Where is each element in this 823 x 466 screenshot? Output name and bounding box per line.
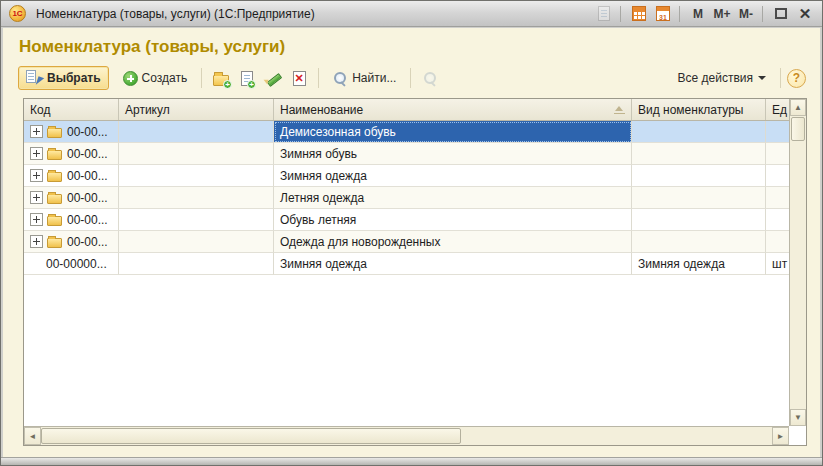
column-header-unit[interactable]: Ед xyxy=(766,99,789,120)
code-value: 00-00... xyxy=(67,125,108,139)
service-icon xyxy=(593,6,615,22)
table-row[interactable]: 00-00...Демисезонная обувь xyxy=(24,121,789,143)
cell-code[interactable]: 00-00... xyxy=(24,209,119,231)
edit-button[interactable] xyxy=(260,66,286,90)
cell-code[interactable]: 00-00... xyxy=(24,143,119,165)
create-group-button[interactable]: + xyxy=(208,66,234,90)
calendar-button[interactable]: 31 xyxy=(652,6,674,22)
cell-type[interactable] xyxy=(632,165,766,187)
cell-type[interactable] xyxy=(632,143,766,165)
window-title: Номенклатура (товары, услуги) (1С:Предпр… xyxy=(36,7,315,21)
cell-unit[interactable] xyxy=(766,143,789,165)
cell-unit[interactable] xyxy=(766,231,789,253)
column-header-code[interactable]: Код xyxy=(24,99,119,120)
page-title: Номенклатура (товары, услуги) xyxy=(19,37,820,57)
expand-icon[interactable] xyxy=(30,235,43,248)
cell-article[interactable] xyxy=(119,121,274,143)
copy-item-button[interactable]: + xyxy=(234,66,260,90)
vertical-scrollbar[interactable]: ▲ ▼ xyxy=(789,99,806,426)
cell-name[interactable]: Обувь летняя xyxy=(274,209,632,231)
scroll-down-arrow[interactable]: ▼ xyxy=(790,409,806,426)
calendar-icon: 31 xyxy=(656,6,670,21)
select-button[interactable]: Выбрать xyxy=(18,66,109,90)
cell-unit[interactable]: шт xyxy=(766,253,789,275)
expand-icon[interactable] xyxy=(30,213,43,226)
cell-article[interactable] xyxy=(119,187,274,209)
cell-name[interactable]: Зимняя одежда xyxy=(274,165,632,187)
cell-name[interactable]: Демисезонная обувь xyxy=(274,121,632,143)
find-button[interactable]: Найти... xyxy=(325,66,404,90)
table-row[interactable]: 00-00000...Зимняя одеждаЗимняя одеждашт xyxy=(24,253,789,275)
cell-code[interactable]: 00-00... xyxy=(24,187,119,209)
scroll-up-arrow[interactable]: ▲ xyxy=(790,99,806,116)
scroll-left-arrow[interactable]: ◄ xyxy=(24,427,41,445)
app-logo-icon: 1С xyxy=(9,5,26,22)
maximize-icon xyxy=(775,8,787,19)
horizontal-scrollbar[interactable]: ◄ ► xyxy=(24,426,789,445)
cell-type[interactable] xyxy=(632,121,766,143)
window-body: Номенклатура (товары, услуги) Выбрать Со… xyxy=(3,28,820,457)
memory-minus-button[interactable]: М- xyxy=(735,4,757,24)
search-clear-icon xyxy=(423,71,438,86)
folder-icon xyxy=(47,172,62,182)
cell-article[interactable] xyxy=(119,253,274,275)
cell-type[interactable]: Зимняя одежда xyxy=(632,253,766,275)
folder-icon xyxy=(47,238,62,248)
cell-unit[interactable] xyxy=(766,165,789,187)
column-header-type[interactable]: Вид номенклатуры xyxy=(632,99,766,120)
cell-name[interactable]: Летняя одежда xyxy=(274,187,632,209)
table-grid: Код Артикул Наименование Вид номенклатур… xyxy=(24,99,789,426)
cell-type[interactable] xyxy=(632,187,766,209)
cell-article[interactable] xyxy=(119,143,274,165)
calculator-button[interactable] xyxy=(628,6,650,22)
memory-button[interactable]: М xyxy=(687,4,709,24)
expand-icon[interactable] xyxy=(30,147,43,160)
create-button[interactable]: Создать xyxy=(115,66,196,90)
cell-article[interactable] xyxy=(119,209,274,231)
cell-type[interactable] xyxy=(632,209,766,231)
vertical-scroll-thumb[interactable] xyxy=(791,117,805,141)
cell-name[interactable]: Зимняя обувь xyxy=(274,143,632,165)
toolbar: Выбрать Создать + + ✕ Найти... xyxy=(3,63,820,93)
memory-plus-button[interactable]: М+ xyxy=(711,4,733,24)
cell-code[interactable]: 00-00... xyxy=(24,165,119,187)
folder-icon xyxy=(47,194,62,204)
cell-code[interactable]: 00-00000... xyxy=(24,253,119,275)
column-header-article[interactable]: Артикул xyxy=(119,99,274,120)
close-button[interactable]: ✕ xyxy=(794,4,816,24)
expand-icon[interactable] xyxy=(30,191,43,204)
horizontal-scroll-thumb[interactable] xyxy=(41,428,461,444)
cell-name[interactable]: Зимняя одежда xyxy=(274,253,632,275)
column-header-name[interactable]: Наименование xyxy=(274,99,632,120)
window-bottom-frame xyxy=(1,457,822,465)
table-row[interactable]: 00-00...Летняя одежда xyxy=(24,187,789,209)
cell-article[interactable] xyxy=(119,165,274,187)
table-row[interactable]: 00-00...Зимняя одежда xyxy=(24,165,789,187)
table-row[interactable]: 00-00...Обувь летняя xyxy=(24,209,789,231)
doc-x-icon: ✕ xyxy=(293,71,306,86)
help-button[interactable]: ? xyxy=(787,69,806,88)
cell-name[interactable]: Одежда для новорожденных xyxy=(274,231,632,253)
folder-icon xyxy=(47,216,62,226)
cell-unit[interactable] xyxy=(766,209,789,231)
scroll-right-arrow[interactable]: ► xyxy=(772,427,789,445)
pencil-icon xyxy=(265,70,281,86)
cell-code[interactable]: 00-00... xyxy=(24,121,119,143)
code-value: 00-00... xyxy=(67,213,108,227)
table-row[interactable]: 00-00...Зимняя обувь xyxy=(24,143,789,165)
app-window: 1С Номенклатура (товары, услуги) (1С:Пре… xyxy=(0,0,823,466)
cell-article[interactable] xyxy=(119,231,274,253)
table-row[interactable]: 00-00...Одежда для новорожденных xyxy=(24,231,789,253)
maximize-button[interactable] xyxy=(770,4,792,24)
find-button-label: Найти... xyxy=(352,71,396,85)
delete-button[interactable]: ✕ xyxy=(286,66,312,90)
cell-code[interactable]: 00-00... xyxy=(24,231,119,253)
code-value: 00-00000... xyxy=(46,257,107,271)
table-body: 00-00...Демисезонная обувь00-00...Зимняя… xyxy=(24,121,789,275)
expand-icon[interactable] xyxy=(30,169,43,182)
cell-unit[interactable] xyxy=(766,187,789,209)
all-actions-button[interactable]: Все действия xyxy=(670,66,774,90)
expand-icon[interactable] xyxy=(30,125,43,138)
cell-type[interactable] xyxy=(632,231,766,253)
cell-unit[interactable] xyxy=(766,121,789,143)
